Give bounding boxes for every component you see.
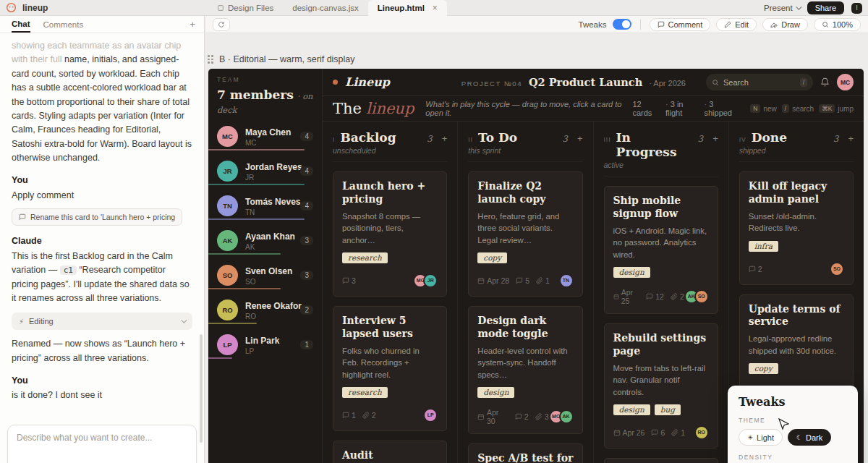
tool-call-editing[interactable]: ⚡ Editing bbox=[12, 313, 192, 330]
file-icon bbox=[217, 4, 224, 12]
refresh-button[interactable] bbox=[213, 18, 230, 31]
paperclip-icon bbox=[362, 412, 370, 419]
card-count-badge: 3 bbox=[300, 271, 313, 280]
team-rail: TEAM 7 members on deck MC Maya ChenMC 4 … bbox=[208, 69, 323, 463]
draw-button[interactable]: Draw bbox=[762, 18, 808, 31]
comment-reference-chip[interactable]: Rename this card to 'Launch hero + prici… bbox=[12, 208, 182, 226]
pen-icon bbox=[770, 21, 778, 28]
add-card-icon[interactable]: + bbox=[442, 133, 448, 144]
profile-avatar[interactable]: l bbox=[851, 3, 862, 14]
theme-dark-button[interactable]: ☾Dark bbox=[788, 429, 831, 446]
calendar-icon bbox=[613, 429, 621, 436]
tweaks-label: Tweaks bbox=[579, 20, 607, 29]
workload-bar bbox=[208, 288, 281, 289]
theme-light-button[interactable]: ☀Light bbox=[739, 429, 783, 446]
card-count-badge: 4 bbox=[300, 132, 313, 141]
chat-message-list[interactable]: showing each teammate as an avatar chip … bbox=[0, 34, 204, 404]
avatar: LP bbox=[217, 334, 238, 355]
column-count: 3 bbox=[833, 134, 839, 144]
tab-design-files[interactable]: Design Files bbox=[208, 0, 283, 16]
team-member[interactable]: AK Ayaan KhanAK 3 bbox=[217, 229, 313, 255]
avatar: SO bbox=[217, 265, 238, 286]
chat-sidebar: Chat Comments + showing each teammate as… bbox=[0, 16, 205, 463]
avatar: TN bbox=[217, 195, 238, 216]
drag-handle-icon[interactable] bbox=[208, 55, 213, 64]
top-bar-right: Present Share l bbox=[764, 0, 862, 16]
share-button[interactable]: Share bbox=[807, 1, 844, 14]
variation-header[interactable]: B · Editorial — warm, serif display bbox=[208, 54, 355, 64]
code-chip: c1 bbox=[60, 266, 77, 275]
search-icon bbox=[712, 79, 719, 86]
avatar: SO bbox=[830, 262, 844, 276]
comment-button[interactable]: Comment bbox=[650, 18, 711, 31]
brand-dot bbox=[333, 80, 338, 85]
column-in-progress: III In Progress 3 + active Ship mobile s… bbox=[593, 122, 728, 463]
kanban-card[interactable]: Launch hero + pricing Snapshot 8 comps —… bbox=[333, 171, 447, 297]
density-label: DENSITY bbox=[739, 454, 847, 461]
add-card-icon[interactable]: + bbox=[848, 133, 854, 144]
close-tab-icon[interactable]: × bbox=[433, 3, 438, 13]
kanban-card[interactable]: Migrate analytics to PostHog Kill Segmen… bbox=[604, 458, 718, 463]
column-count: 3 bbox=[427, 134, 433, 144]
notifications-button[interactable] bbox=[820, 77, 830, 87]
board-search[interactable]: Search / bbox=[706, 74, 813, 90]
team-member[interactable]: RO Renee OkaforRO 2 bbox=[217, 299, 313, 324]
avatar: AK bbox=[559, 409, 574, 424]
kanban-card[interactable]: Interview 5 lapsed users Folks who churn… bbox=[333, 306, 447, 431]
paperclip-icon bbox=[536, 277, 543, 284]
paperclip-icon bbox=[535, 413, 542, 420]
zoom-button[interactable]: 100% bbox=[814, 18, 861, 31]
kanban-card[interactable]: Spec A/B test for pricing hero Goal: +6%… bbox=[468, 443, 582, 463]
new-chat-button[interactable]: + bbox=[190, 19, 195, 30]
kanban-card[interactable]: Ship mobile signup flow iOS + Android. M… bbox=[604, 186, 718, 314]
edit-button[interactable]: Edit bbox=[716, 18, 757, 31]
tweaks-title: Tweaks bbox=[739, 395, 847, 409]
kanban-card[interactable]: Rebuild settings page Move from tabs to … bbox=[604, 323, 718, 449]
paperclip-icon bbox=[671, 293, 678, 300]
chat-scrollbar[interactable] bbox=[200, 334, 203, 443]
comment-icon bbox=[342, 412, 349, 419]
team-member[interactable]: LP Lin ParkLP 1 bbox=[217, 334, 313, 359]
sender-you: You bbox=[12, 374, 192, 388]
tab-chat[interactable]: Chat bbox=[12, 17, 30, 33]
present-button[interactable]: Present bbox=[764, 4, 800, 12]
workload-bar bbox=[208, 323, 257, 324]
chat-input-container: Import Send bbox=[7, 425, 197, 463]
tab-bar: Design Files design-canvas.jsx Lineup.ht… bbox=[208, 0, 447, 16]
card-count-badge: 4 bbox=[300, 201, 313, 211]
card-count-badge: 3 bbox=[300, 236, 313, 245]
project-name: Q2 Product Launch bbox=[529, 76, 642, 88]
calendar-icon bbox=[477, 413, 485, 420]
chat-tab-bar: Chat Comments + bbox=[0, 16, 204, 33]
team-member[interactable]: MC Maya ChenMC 4 bbox=[217, 125, 313, 150]
comment-icon bbox=[19, 213, 26, 221]
chat-input[interactable] bbox=[17, 433, 187, 453]
keyboard-hints: Nnew /search ⌘Kjump bbox=[750, 104, 854, 113]
variation-label: B · Editorial — warm, serif display bbox=[219, 54, 355, 64]
kanban-card[interactable]: Finalize Q2 launch copy Hero, feature gr… bbox=[468, 171, 582, 297]
tweaks-toggle[interactable] bbox=[613, 19, 631, 30]
team-member[interactable]: JR Jordan ReyesJR 4 bbox=[217, 160, 313, 185]
team-member[interactable]: TN Tomás NevesTN 4 bbox=[217, 195, 313, 220]
tab-comments[interactable]: Comments bbox=[43, 17, 84, 32]
avatar: LP bbox=[423, 408, 438, 422]
board-header: Lineup PROJECT №04 Q2 Product Launch Apr… bbox=[323, 69, 864, 96]
avatar: JR bbox=[217, 161, 238, 182]
assistant-message: This is the first Backlog card in the Ca… bbox=[12, 250, 192, 306]
team-member[interactable]: SO Sven OlsenSO 3 bbox=[217, 264, 313, 289]
tag: copy bbox=[477, 252, 507, 263]
add-card-icon[interactable]: + bbox=[712, 133, 718, 144]
user-avatar[interactable]: MC bbox=[837, 74, 854, 90]
team-count: 7 members bbox=[217, 88, 294, 102]
add-card-icon[interactable]: + bbox=[577, 133, 583, 144]
column-backlog: I Backlog 3 + unscheduled Launch hero + … bbox=[323, 122, 457, 463]
tab-design-canvas[interactable]: design-canvas.jsx bbox=[283, 0, 367, 16]
hero-subtitle: What's in play this cycle — drag to move… bbox=[425, 100, 632, 117]
kanban-card[interactable]: Design dark mode toggle Header-level con… bbox=[468, 306, 582, 434]
kanban-card[interactable]: Audit onboarding email sequence Re-read … bbox=[333, 441, 447, 463]
tag: infra bbox=[749, 241, 778, 252]
kanban-card[interactable]: Kill off legacy admin panel Sunset /old-… bbox=[739, 171, 854, 285]
comment-icon bbox=[515, 413, 522, 420]
sun-icon: ☀ bbox=[747, 434, 753, 441]
tab-lineup-html[interactable]: Lineup.html × bbox=[368, 0, 447, 16]
